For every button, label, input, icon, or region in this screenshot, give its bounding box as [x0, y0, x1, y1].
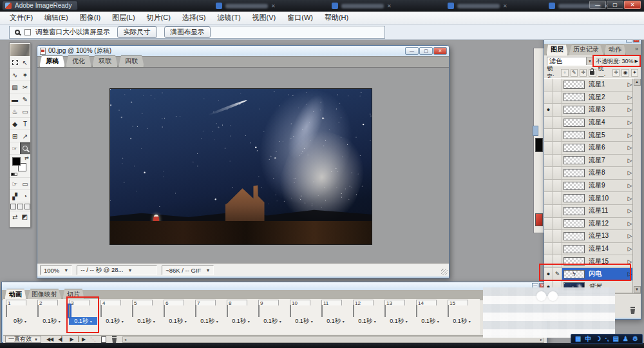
frame-delay-select[interactable]: 0.1秒▾ [195, 317, 223, 325]
delete-layer-icon[interactable] [630, 307, 636, 314]
menu-item[interactable]: 视图(V) [247, 12, 282, 24]
layer-visibility-toggle[interactable] [544, 192, 553, 204]
maximize-button[interactable]: ▢ [607, 1, 623, 9]
layer-thumbnail[interactable] [564, 144, 585, 152]
resize-grip[interactable] [441, 269, 448, 275]
animation-palette-titlebar[interactable]: — ✕ [2, 282, 547, 290]
layer-edit-indicator[interactable] [553, 155, 562, 167]
layer-visibility-toggle[interactable] [544, 167, 553, 179]
lasso-tool[interactable]: ∿ [10, 69, 20, 81]
preview-in-browser[interactable]: ◔ [20, 190, 30, 202]
doc-maximize-button[interactable]: ▢ [419, 47, 433, 55]
layer-edit-indicator[interactable] [553, 218, 562, 230]
document-titlebar[interactable]: 00.jpg @ 100% (原稿) — ▢ ✕ [37, 46, 449, 56]
lock-image-icon[interactable]: ✎ [571, 69, 578, 77]
menu-item[interactable]: 图层(L) [106, 12, 140, 24]
animation-frame[interactable]: 11 0.1秒▾ [321, 300, 350, 334]
layer-visibility-toggle[interactable]: ● [544, 104, 553, 116]
layer-visibility-toggle[interactable] [544, 218, 553, 230]
layer-thumbnail[interactable] [564, 219, 585, 227]
close-button[interactable]: ✕ [624, 1, 641, 9]
layer-visibility-toggle[interactable] [544, 230, 553, 242]
layer-edit-indicator[interactable] [553, 104, 562, 116]
palette-tab-历史记录[interactable]: 历史记录 [569, 44, 603, 55]
layer-visibility-toggle[interactable] [544, 243, 553, 255]
clone-stamp-tool[interactable]: ♨ [10, 106, 20, 118]
propagate-frame-icon[interactable]: ▷ [628, 81, 632, 88]
animation-frame[interactable]: 14 0.1秒▾ [416, 300, 444, 334]
animation-frame[interactable]: 10 0.1秒▾ [290, 300, 318, 334]
ime-softkeyboard-icon[interactable]: ▤ [613, 334, 619, 343]
menu-item[interactable]: 滤镜(T) [212, 12, 247, 24]
animation-frame[interactable]: 9 0.1秒▾ [258, 300, 287, 334]
frame-delay-select[interactable]: 0.1秒▾ [258, 317, 287, 325]
layer-row[interactable]: ● 流星3 ▷⊘ [544, 104, 641, 117]
layers-scrollbar[interactable]: ▲ ▼ [632, 79, 641, 293]
propagate-frame-icon[interactable]: ▷ [628, 169, 632, 176]
ime-fullwidth-toggle-icon[interactable]: ☽ [596, 334, 601, 343]
ime-language-icon[interactable]: ▦ [575, 334, 581, 343]
layer-thumbnail[interactable] [564, 207, 585, 215]
layer-edit-indicator[interactable] [553, 92, 562, 104]
toggle-slices-visibility[interactable]: ▞ [10, 190, 20, 202]
scroll-right-icon[interactable]: ▸ [540, 337, 542, 342]
rectangular-marquee-tool[interactable] [10, 57, 20, 69]
tween-button[interactable]: ⋱ [90, 336, 96, 343]
animation-frame[interactable]: 12 0.1秒▾ [353, 300, 381, 334]
frame-delay-select[interactable]: 0.1秒▾ [384, 317, 413, 325]
layer-row[interactable]: 流星5 ▷⊘ [544, 129, 641, 142]
layer-visibility-toggle[interactable] [544, 205, 553, 217]
frame-thumbnail[interactable] [132, 305, 133, 317]
fit-screen-checkbox[interactable] [24, 29, 31, 35]
scroll-up-icon[interactable]: ▲ [634, 79, 641, 86]
doc-tab-四联[interactable]: 四联 [118, 55, 144, 67]
propagate-frame-icon[interactable]: ▷ [628, 246, 632, 252]
layer-name[interactable]: 流星14 [586, 244, 621, 253]
layer-row[interactable]: 流星14 ▷⊘ [544, 243, 641, 256]
layer-edit-indicator[interactable] [553, 117, 562, 129]
layer-edit-indicator[interactable] [553, 205, 562, 217]
menu-item[interactable]: 窗口(W) [281, 12, 319, 24]
propagate-frame-icon[interactable]: ▷ [628, 208, 632, 214]
first-frame-button[interactable]: ◀◀ [46, 336, 53, 342]
layer-edit-indicator[interactable] [553, 180, 562, 192]
animation-frame[interactable]: 1 0秒▾ [6, 300, 34, 334]
layer-row[interactable]: 流星2 ▷⊘ [544, 92, 641, 104]
frame-thumbnail[interactable] [227, 305, 228, 317]
layer-edit-indicator[interactable] [553, 243, 562, 255]
toggle-image-maps-visibility[interactable]: ▭ [20, 178, 30, 190]
layer-thumbnail[interactable] [564, 131, 585, 139]
doc-minimize-button[interactable]: — [405, 47, 419, 55]
layer-thumbnail[interactable] [564, 106, 585, 114]
frame-thumbnail[interactable] [384, 305, 386, 317]
layer-name[interactable]: 流星8 [586, 168, 621, 177]
layer-name[interactable]: 流星12 [586, 219, 621, 228]
frame-delay-select[interactable]: 0.1秒▾ [321, 317, 350, 325]
layer-thumbnail[interactable] [564, 232, 585, 240]
frame-thumbnail[interactable] [100, 305, 102, 317]
layer-edit-indicator[interactable] [553, 230, 562, 242]
palette-tab-图层[interactable]: 图层 [546, 44, 568, 55]
menu-item[interactable]: 选择(S) [176, 12, 212, 24]
shape-tool[interactable]: ▭ [20, 106, 30, 118]
layer-row[interactable]: 流星12 ▷⊘ [544, 218, 641, 231]
layer-thumbnail[interactable] [564, 93, 585, 101]
propagate-frame-icon[interactable]: ▷ [628, 106, 632, 113]
windows-taskbar[interactable] [0, 343, 644, 348]
layer-thumbnail[interactable] [564, 182, 585, 190]
layer-name[interactable]: 流星6 [586, 143, 621, 152]
type-tool[interactable]: T [20, 118, 30, 130]
frame-thumbnail[interactable] [6, 305, 7, 317]
layer-edit-indicator[interactable] [553, 129, 562, 141]
jump-to-photoshop[interactable]: ⇄ [12, 213, 17, 220]
propagate-frame-icon[interactable]: ▷ [628, 182, 632, 189]
lock-all-icon[interactable] [589, 69, 596, 77]
layer-row[interactable]: 流星10 ▷⊘ [544, 192, 641, 205]
ime-punctuation-toggle-icon[interactable]: ·, [605, 334, 609, 343]
magic-wand-tool[interactable]: ✶ [20, 69, 30, 81]
layer-row[interactable]: 流星13 ▷⊘ [544, 230, 641, 243]
jump-to-other-app[interactable]: ◩ [21, 213, 27, 220]
layer-visibility-toggle[interactable] [544, 180, 553, 192]
play-button[interactable]: ▶ [70, 336, 73, 342]
ime-settings-icon[interactable]: ⚙ [632, 334, 638, 343]
